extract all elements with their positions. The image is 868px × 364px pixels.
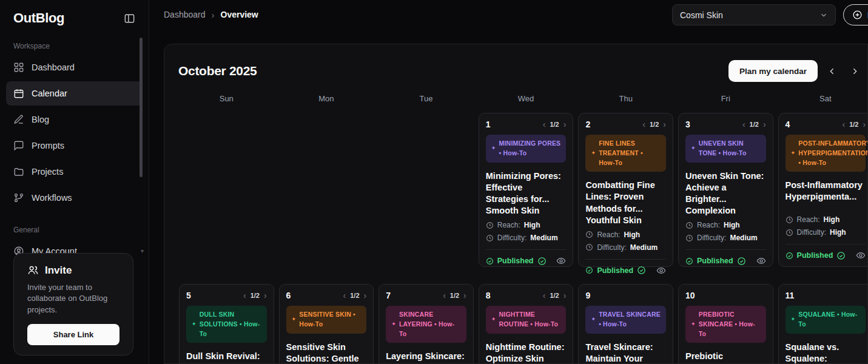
sidebar-item-prompts[interactable]: Prompts: [6, 133, 143, 158]
pager-prev-icon[interactable]: ‹: [243, 291, 246, 300]
month-title: October 2025: [178, 64, 724, 78]
check-circle-icon[interactable]: [637, 266, 646, 275]
sparkle-icon: ✦: [391, 320, 396, 329]
clock-icon: [685, 234, 693, 242]
day-number: 7: [386, 291, 391, 300]
difficulty-label: Difficulty:: [597, 243, 626, 252]
plan-calendar-button[interactable]: Plan my calendar: [728, 60, 818, 82]
chevron-down-icon: [819, 11, 828, 19]
sparkle-icon: ✦: [192, 320, 197, 329]
pager-prev-icon[interactable]: ‹: [543, 120, 546, 129]
pager-next-icon[interactable]: ›: [663, 120, 666, 129]
post-title: Prebiotic: [685, 351, 766, 362]
topbar: Dashboard › Overview Cosmi Skin N: [149, 0, 868, 29]
sidebar-item-calendar[interactable]: Calendar: [6, 81, 143, 106]
topic-badge[interactable]: ✦ PREBIOTIC SKINCARE • How-To: [685, 306, 766, 343]
check-circle-icon[interactable]: [737, 257, 746, 266]
workspace-selector[interactable]: Cosmi Skin: [672, 4, 836, 25]
check-circle-icon[interactable]: [537, 257, 547, 266]
status-badge: Published: [685, 257, 746, 266]
check-circle-icon[interactable]: [836, 251, 846, 260]
weekday-label: Wed: [476, 94, 576, 103]
topic-badge[interactable]: ✦ UNEVEN SKIN TONE • How-To: [685, 135, 766, 163]
pager-next-icon[interactable]: ›: [264, 291, 267, 300]
pager-next-icon[interactable]: ›: [863, 120, 866, 129]
sparkle-icon: ✦: [491, 144, 496, 153]
next-month-button[interactable]: [846, 62, 864, 80]
sidebar-item-projects[interactable]: Projects: [6, 160, 143, 184]
topic-badge[interactable]: ✦ SQUALANE • How-To: [786, 306, 866, 334]
calendar-day-card[interactable]: 4 ‹ 1/2 › ✦ POST-INFLAMMATORY HYPERPIGME…: [778, 113, 868, 267]
sidebar-scrollbar-thumb[interactable]: [140, 38, 143, 177]
calendar-day-card[interactable]: 2 ‹ 1/2 › ✦ FINE LINES TREATMENT • How-T…: [578, 113, 673, 267]
calendar-day-card[interactable]: 11 ✦ SQUALANE • How-To Squalane vs. Squa…: [778, 284, 868, 364]
pager-prev-icon[interactable]: ‹: [742, 120, 745, 129]
pager-next-icon[interactable]: ›: [564, 291, 567, 300]
new-post-button[interactable]: N: [843, 4, 868, 25]
day-number: 9: [585, 291, 590, 300]
pager-next-icon[interactable]: ›: [763, 120, 766, 129]
workspace-section-label: Workspace: [0, 42, 149, 50]
card-pager: ‹ 1/2 ›: [343, 291, 367, 300]
calendar-day-card[interactable]: 6 ‹ 1/2 › ✦ SENSITIVE SKIN • How-To Sens…: [279, 284, 374, 364]
day-number: 1: [486, 120, 491, 129]
status-badge: Published: [486, 257, 547, 266]
topic-badge[interactable]: ✦ POST-INFLAMMATORY HYPERPIGMENTATION • …: [786, 135, 866, 172]
eye-icon[interactable]: [756, 256, 766, 266]
share-link-button[interactable]: Share Link: [27, 324, 119, 345]
pager-prev-icon[interactable]: ‹: [543, 291, 546, 300]
topic-badge[interactable]: ✦ FINE LINES TREATMENT • How-To: [585, 135, 666, 172]
reach-value: High: [624, 231, 640, 239]
pager-next-icon[interactable]: ›: [364, 291, 367, 300]
breadcrumb-dashboard[interactable]: Dashboard: [164, 10, 206, 19]
difficulty-label: Difficulty:: [797, 228, 826, 237]
calendar-day-card[interactable]: 9 ✦ TRAVEL SKINCARE • How-To Travel Skin…: [578, 284, 673, 364]
calendar-day-card[interactable]: 5 ‹ 1/2 › ✦ DULL SKIN SOLUTIONS • How-To…: [179, 284, 274, 364]
pager-prev-icon[interactable]: ‹: [443, 291, 446, 300]
calendar-day-card[interactable]: 10 ✦ PREBIOTIC SKINCARE • How-To Prebiot…: [678, 284, 773, 364]
day-number: 11: [786, 291, 795, 300]
sidebar-item-blog[interactable]: Blog: [6, 107, 143, 132]
calendar-day-card[interactable]: 3 ‹ 1/2 › ✦ UNEVEN SKIN TONE • How-To Un…: [678, 113, 773, 267]
calendar-header: October 2025 Plan my calendar: [164, 44, 867, 82]
topic-badge[interactable]: ✦ SKINCARE LAYERING • How-To: [386, 306, 466, 343]
topic-badge-label: SKINCARE LAYERING • How-To: [399, 310, 461, 339]
eye-icon[interactable]: [556, 256, 566, 266]
eye-icon[interactable]: [656, 266, 666, 275]
scrollbar-down-arrow[interactable]: ▾: [141, 248, 144, 254]
check-badge-icon: [486, 257, 494, 265]
pager-next-icon[interactable]: ›: [463, 291, 466, 300]
pager-prev-icon[interactable]: ‹: [343, 291, 346, 300]
sparkle-icon: ✦: [691, 144, 696, 153]
reach-label: Reach:: [497, 221, 520, 229]
sidebar-nav: Dashboard Calendar Blog Prompts Projects…: [0, 55, 149, 210]
breadcrumb: Dashboard › Overview: [164, 0, 258, 29]
grid-icon: [13, 62, 24, 73]
topic-badge[interactable]: ✦ MINIMIZING PORES • How-To: [486, 135, 567, 163]
reach-value: High: [724, 221, 740, 229]
pager-prev-icon[interactable]: ‹: [642, 120, 645, 129]
eye-icon[interactable]: [856, 251, 866, 260]
sidebar-item-label: Blog: [32, 115, 49, 124]
pager-prev-icon[interactable]: ‹: [843, 120, 846, 129]
pager-count: 1/2: [251, 292, 260, 299]
weekday-label: Thu: [576, 94, 676, 103]
topic-badge[interactable]: ✦ TRAVEL SKINCARE • How-To: [585, 306, 666, 334]
calendar-cell: 3 ‹ 1/2 › ✦ UNEVEN SKIN TONE • How-To Un…: [676, 110, 776, 269]
topic-badge[interactable]: ✦ NIGHTTIME ROUTINE • How-To: [486, 306, 567, 334]
calendar-day-card[interactable]: 1 ‹ 1/2 › ✦ MINIMIZING PORES • How-To Mi…: [479, 113, 574, 267]
post-title: Post-Inflammatory Hyperpigmenta...: [786, 180, 866, 203]
card-pager: ‹ 1/2 ›: [843, 120, 866, 129]
sidebar-item-dashboard[interactable]: Dashboard: [6, 55, 143, 79]
topic-badge[interactable]: ✦ SENSITIVE SKIN • How-To: [286, 306, 367, 334]
topic-badge[interactable]: ✦ DULL SKIN SOLUTIONS • How-To: [186, 306, 267, 343]
prev-month-button[interactable]: [823, 62, 841, 80]
circle-plus-icon: [852, 10, 863, 20]
card-pager: ‹ 1/2 ›: [742, 120, 766, 129]
pager-next-icon[interactable]: ›: [564, 120, 567, 129]
sidebar-collapse-button[interactable]: [123, 12, 136, 25]
calendar-day-card[interactable]: 7 ‹ 1/2 › ✦ SKINCARE LAYERING • How-To L…: [378, 284, 474, 364]
calendar-day-card[interactable]: 8 ‹ 1/2 › ✦ NIGHTTIME ROUTINE • How-To N…: [479, 284, 574, 364]
calendar-grid: 1 ‹ 1/2 › ✦ MINIMIZING PORES • How-To Mi…: [177, 110, 867, 364]
sidebar-item-workflows[interactable]: Workflows: [6, 186, 143, 210]
